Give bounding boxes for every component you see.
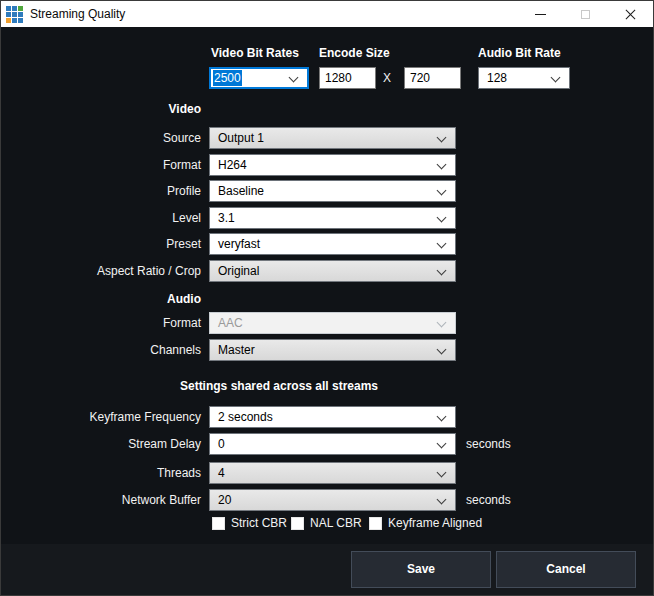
maximize-button	[563, 1, 608, 27]
field-row-level: Level 3.1	[1, 207, 654, 229]
chevron-down-icon	[437, 439, 447, 449]
chevron-down-icon	[437, 133, 447, 143]
audio-section-header: Audio	[1, 292, 201, 306]
minimize-icon	[535, 14, 546, 15]
chevron-down-icon	[437, 266, 447, 276]
nal-cbr-checkbox[interactable]: NAL CBR	[291, 516, 362, 530]
audio-bit-rate-header: Audio Bit Rate	[478, 46, 561, 60]
chevron-down-icon	[289, 73, 299, 83]
seconds-suffix: seconds	[466, 433, 511, 455]
strict-cbr-checkbox[interactable]: Strict CBR	[212, 516, 287, 530]
video-bitrate-value: 2500	[213, 70, 242, 86]
keyframe-aligned-checkbox[interactable]: Keyframe Aligned	[369, 516, 482, 530]
video-bitrate-combo[interactable]: 2500	[209, 67, 309, 89]
audio-bitrate-combo[interactable]: 128	[478, 67, 570, 89]
stream-delay-combo[interactable]: 0	[209, 433, 456, 455]
video-bit-rates-header: Video Bit Rates	[211, 46, 299, 60]
encode-size-header: Encode Size	[319, 46, 390, 60]
maximize-icon	[581, 10, 590, 19]
encode-height-input[interactable]	[404, 67, 461, 89]
chevron-down-icon	[551, 73, 561, 83]
field-row-network-buffer: Network Buffer 20 seconds	[1, 489, 654, 511]
checkbox-box	[369, 517, 382, 530]
field-row-audio-format: Format AAC	[1, 312, 654, 334]
app-logo-grid-icon	[6, 6, 23, 23]
chevron-down-icon	[437, 468, 447, 478]
field-row-keyframe-frequency: Keyframe Frequency 2 seconds	[1, 406, 654, 428]
aspect-ratio-crop-combo[interactable]: Original	[209, 260, 456, 282]
cancel-button[interactable]: Cancel	[496, 551, 636, 588]
checkbox-box	[291, 517, 304, 530]
minimize-button[interactable]	[518, 1, 563, 27]
keyframe-frequency-combo[interactable]: 2 seconds	[209, 406, 456, 428]
close-button[interactable]	[608, 1, 653, 27]
dialog-body: Video Bit Rates Encode Size Audio Bit Ra…	[1, 27, 653, 595]
field-row-stream-delay: Stream Delay 0 seconds	[1, 433, 654, 455]
video-section-header: Video	[1, 102, 201, 116]
chevron-down-icon	[437, 160, 447, 170]
level-combo[interactable]: 3.1	[209, 207, 456, 229]
chevron-down-icon	[437, 186, 447, 196]
threads-combo[interactable]: 4	[209, 462, 456, 484]
profile-combo[interactable]: Baseline	[209, 180, 456, 202]
chevron-down-icon	[437, 495, 447, 505]
window-title: Streaming Quality	[30, 7, 125, 21]
channels-combo[interactable]: Master	[209, 339, 456, 361]
save-button[interactable]: Save	[351, 551, 491, 588]
field-row-threads: Threads 4	[1, 462, 654, 484]
preset-combo[interactable]: veryfast	[209, 233, 456, 255]
seconds-suffix: seconds	[466, 489, 511, 511]
encode-width-input[interactable]	[319, 67, 376, 89]
close-icon	[625, 9, 636, 20]
field-row-source: Source Output 1	[1, 127, 654, 149]
title-bar: Streaming Quality	[1, 1, 653, 27]
field-row-format: Format H264	[1, 154, 654, 176]
checkbox-box	[212, 517, 225, 530]
field-row-aspect-ratio-crop: Aspect Ratio / Crop Original	[1, 260, 654, 282]
chevron-down-icon	[437, 318, 447, 328]
network-buffer-combo[interactable]: 20	[209, 489, 456, 511]
field-row-profile: Profile Baseline	[1, 180, 654, 202]
encode-size-separator: X	[383, 71, 391, 85]
chevron-down-icon	[437, 412, 447, 422]
chevron-down-icon	[437, 345, 447, 355]
audio-bitrate-value: 128	[487, 71, 507, 85]
audio-format-combo: AAC	[209, 312, 456, 334]
field-row-channels: Channels Master	[1, 339, 654, 361]
format-combo[interactable]: H264	[209, 154, 456, 176]
field-row-preset: Preset veryfast	[1, 233, 654, 255]
shared-section-header: Settings shared across all streams	[1, 379, 557, 393]
chevron-down-icon	[437, 213, 447, 223]
chevron-down-icon	[437, 239, 447, 249]
streaming-quality-dialog: Streaming Quality Video Bit Rates Encode…	[0, 0, 654, 596]
source-combo[interactable]: Output 1	[209, 127, 456, 149]
